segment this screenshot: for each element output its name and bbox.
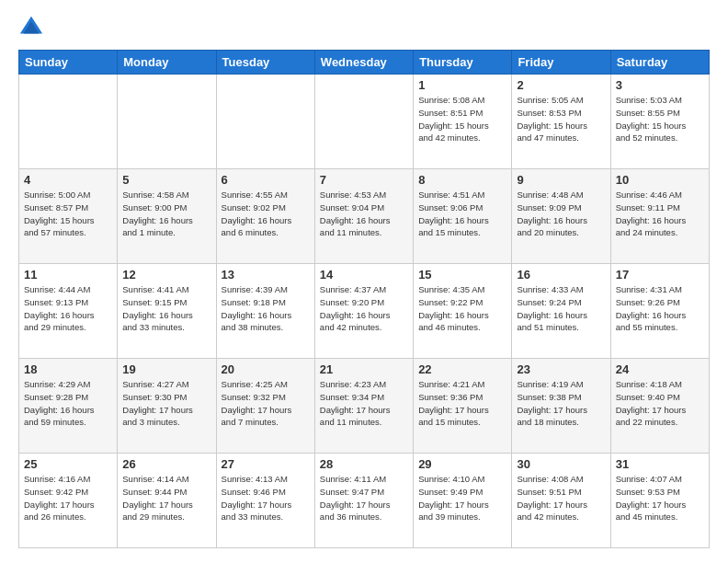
day-info: Sunrise: 4:35 AM Sunset: 9:22 PM Dayligh… — [418, 283, 506, 334]
calendar-cell: 6Sunrise: 4:55 AM Sunset: 9:02 PM Daylig… — [216, 169, 314, 264]
calendar-cell: 10Sunrise: 4:46 AM Sunset: 9:11 PM Dayli… — [610, 169, 709, 264]
calendar-cell: 25Sunrise: 4:16 AM Sunset: 9:42 PM Dayli… — [19, 454, 118, 548]
calendar-cell: 5Sunrise: 4:58 AM Sunset: 9:00 PM Daylig… — [118, 169, 216, 264]
calendar-header-row: SundayMondayTuesdayWednesdayThursdayFrid… — [19, 51, 710, 75]
day-info: Sunrise: 4:21 AM Sunset: 9:36 PM Dayligh… — [418, 378, 506, 429]
day-number: 27 — [222, 457, 310, 471]
calendar-cell: 1Sunrise: 5:08 AM Sunset: 8:51 PM Daylig… — [414, 75, 512, 169]
calendar-cell — [314, 75, 413, 169]
calendar-cell: 11Sunrise: 4:44 AM Sunset: 9:13 PM Dayli… — [19, 264, 118, 359]
day-number: 22 — [418, 362, 506, 376]
calendar-cell: 24Sunrise: 4:18 AM Sunset: 9:40 PM Dayli… — [610, 359, 709, 454]
calendar-cell: 15Sunrise: 4:35 AM Sunset: 9:22 PM Dayli… — [414, 264, 512, 359]
day-number: 1 — [418, 78, 506, 92]
day-number: 26 — [122, 457, 210, 471]
day-number: 6 — [222, 173, 310, 187]
day-number: 7 — [320, 173, 408, 187]
day-info: Sunrise: 4:53 AM Sunset: 9:04 PM Dayligh… — [320, 189, 408, 239]
day-info: Sunrise: 4:25 AM Sunset: 9:32 PM Dayligh… — [222, 378, 310, 429]
calendar-cell: 7Sunrise: 4:53 AM Sunset: 9:04 PM Daylig… — [314, 169, 413, 264]
day-number: 20 — [222, 362, 310, 376]
day-header-monday: Monday — [118, 51, 216, 75]
day-number: 2 — [517, 78, 605, 92]
day-header-thursday: Thursday — [414, 51, 512, 75]
day-info: Sunrise: 4:31 AM Sunset: 9:26 PM Dayligh… — [616, 283, 704, 334]
day-number: 9 — [517, 173, 605, 187]
day-info: Sunrise: 4:07 AM Sunset: 9:53 PM Dayligh… — [616, 473, 704, 523]
day-number: 4 — [24, 173, 112, 187]
calendar-cell: 23Sunrise: 4:19 AM Sunset: 9:38 PM Dayli… — [512, 359, 610, 454]
day-number: 14 — [320, 268, 408, 282]
day-info: Sunrise: 4:41 AM Sunset: 9:15 PM Dayligh… — [122, 283, 210, 334]
calendar-cell: 26Sunrise: 4:14 AM Sunset: 9:44 PM Dayli… — [118, 454, 216, 548]
calendar-cell: 3Sunrise: 5:03 AM Sunset: 8:55 PM Daylig… — [610, 75, 709, 169]
day-info: Sunrise: 4:48 AM Sunset: 9:09 PM Dayligh… — [517, 189, 605, 239]
day-info: Sunrise: 4:19 AM Sunset: 9:38 PM Dayligh… — [517, 378, 605, 429]
calendar-week-1: 1Sunrise: 5:08 AM Sunset: 8:51 PM Daylig… — [19, 75, 710, 169]
calendar-cell — [216, 75, 314, 169]
day-info: Sunrise: 4:18 AM Sunset: 9:40 PM Dayligh… — [616, 378, 704, 429]
day-info: Sunrise: 5:05 AM Sunset: 8:53 PM Dayligh… — [517, 94, 605, 144]
day-info: Sunrise: 4:51 AM Sunset: 9:06 PM Dayligh… — [418, 189, 506, 239]
calendar-cell: 22Sunrise: 4:21 AM Sunset: 9:36 PM Dayli… — [414, 359, 512, 454]
calendar-cell: 21Sunrise: 4:23 AM Sunset: 9:34 PM Dayli… — [314, 359, 413, 454]
day-number: 13 — [222, 268, 310, 282]
day-number: 11 — [24, 268, 112, 282]
calendar-cell: 9Sunrise: 4:48 AM Sunset: 9:09 PM Daylig… — [512, 169, 610, 264]
day-header-saturday: Saturday — [610, 51, 709, 75]
day-info: Sunrise: 4:44 AM Sunset: 9:13 PM Dayligh… — [24, 283, 112, 334]
day-info: Sunrise: 4:14 AM Sunset: 9:44 PM Dayligh… — [122, 473, 210, 523]
day-info: Sunrise: 4:23 AM Sunset: 9:34 PM Dayligh… — [320, 378, 408, 429]
day-header-tuesday: Tuesday — [216, 51, 314, 75]
calendar-week-3: 11Sunrise: 4:44 AM Sunset: 9:13 PM Dayli… — [19, 264, 710, 359]
calendar-cell: 27Sunrise: 4:13 AM Sunset: 9:46 PM Dayli… — [216, 454, 314, 548]
calendar-cell: 13Sunrise: 4:39 AM Sunset: 9:18 PM Dayli… — [216, 264, 314, 359]
day-number: 3 — [616, 78, 704, 92]
calendar-cell: 30Sunrise: 4:08 AM Sunset: 9:51 PM Dayli… — [512, 454, 610, 548]
day-number: 5 — [122, 173, 210, 187]
calendar-cell: 31Sunrise: 4:07 AM Sunset: 9:53 PM Dayli… — [610, 454, 709, 548]
calendar-cell: 17Sunrise: 4:31 AM Sunset: 9:26 PM Dayli… — [610, 264, 709, 359]
day-number: 17 — [616, 268, 704, 282]
day-number: 24 — [616, 362, 704, 376]
day-number: 15 — [418, 268, 506, 282]
day-number: 30 — [517, 457, 605, 471]
logo — [18, 15, 50, 40]
day-number: 28 — [320, 457, 408, 471]
day-header-wednesday: Wednesday — [314, 51, 413, 75]
calendar-cell: 19Sunrise: 4:27 AM Sunset: 9:30 PM Dayli… — [118, 359, 216, 454]
day-number: 18 — [24, 362, 112, 376]
day-info: Sunrise: 4:39 AM Sunset: 9:18 PM Dayligh… — [222, 283, 310, 334]
day-info: Sunrise: 4:27 AM Sunset: 9:30 PM Dayligh… — [122, 378, 210, 429]
day-info: Sunrise: 4:33 AM Sunset: 9:24 PM Dayligh… — [517, 283, 605, 334]
day-info: Sunrise: 4:37 AM Sunset: 9:20 PM Dayligh… — [320, 283, 408, 334]
day-number: 29 — [418, 457, 506, 471]
page: SundayMondayTuesdayWednesdayThursdayFrid… — [0, 0, 728, 563]
day-info: Sunrise: 4:16 AM Sunset: 9:42 PM Dayligh… — [24, 473, 112, 523]
calendar-cell: 16Sunrise: 4:33 AM Sunset: 9:24 PM Dayli… — [512, 264, 610, 359]
logo-icon — [18, 15, 44, 40]
day-info: Sunrise: 4:08 AM Sunset: 9:51 PM Dayligh… — [517, 473, 605, 523]
calendar-cell: 4Sunrise: 5:00 AM Sunset: 8:57 PM Daylig… — [19, 169, 118, 264]
day-header-friday: Friday — [512, 51, 610, 75]
day-number: 31 — [616, 457, 704, 471]
calendar-cell: 14Sunrise: 4:37 AM Sunset: 9:20 PM Dayli… — [314, 264, 413, 359]
day-info: Sunrise: 4:11 AM Sunset: 9:47 PM Dayligh… — [320, 473, 408, 523]
day-info: Sunrise: 4:13 AM Sunset: 9:46 PM Dayligh… — [222, 473, 310, 523]
calendar-cell: 18Sunrise: 4:29 AM Sunset: 9:28 PM Dayli… — [19, 359, 118, 454]
calendar-cell: 2Sunrise: 5:05 AM Sunset: 8:53 PM Daylig… — [512, 75, 610, 169]
day-info: Sunrise: 4:46 AM Sunset: 9:11 PM Dayligh… — [616, 189, 704, 239]
calendar-week-5: 25Sunrise: 4:16 AM Sunset: 9:42 PM Dayli… — [19, 454, 710, 548]
calendar-cell: 29Sunrise: 4:10 AM Sunset: 9:49 PM Dayli… — [414, 454, 512, 548]
calendar-table: SundayMondayTuesdayWednesdayThursdayFrid… — [18, 50, 710, 548]
day-number: 12 — [122, 268, 210, 282]
calendar-cell: 12Sunrise: 4:41 AM Sunset: 9:15 PM Dayli… — [118, 264, 216, 359]
day-info: Sunrise: 4:58 AM Sunset: 9:00 PM Dayligh… — [122, 189, 210, 239]
day-number: 8 — [418, 173, 506, 187]
calendar-cell: 20Sunrise: 4:25 AM Sunset: 9:32 PM Dayli… — [216, 359, 314, 454]
day-header-sunday: Sunday — [19, 51, 118, 75]
calendar-week-4: 18Sunrise: 4:29 AM Sunset: 9:28 PM Dayli… — [19, 359, 710, 454]
day-number: 21 — [320, 362, 408, 376]
calendar-cell: 28Sunrise: 4:11 AM Sunset: 9:47 PM Dayli… — [314, 454, 413, 548]
day-info: Sunrise: 5:00 AM Sunset: 8:57 PM Dayligh… — [24, 189, 112, 239]
